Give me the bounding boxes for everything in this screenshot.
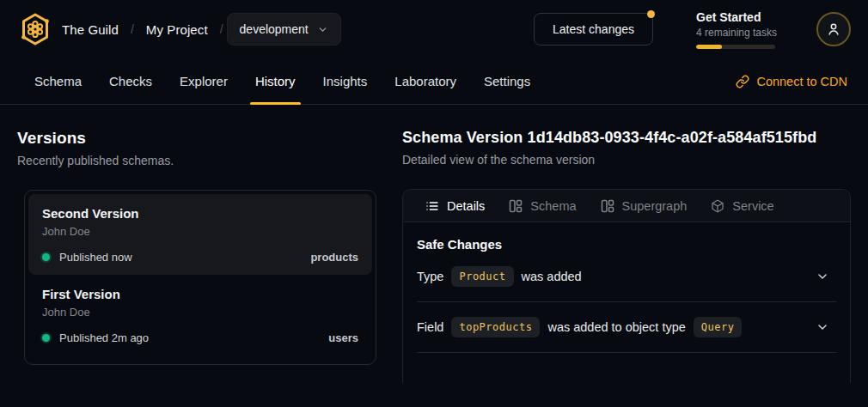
schema-version-panel: Schema Version 1d14db83-0933-4f4c-a02f-a… [402,129,851,407]
tab-explorer[interactable]: Explorer [166,58,241,104]
columns-icon [509,199,523,213]
version-author: John Doe [42,306,358,319]
tab-schema-sdl[interactable]: Schema [497,190,588,222]
latest-changes-button[interactable]: Latest changes [534,13,653,46]
service-name: products [310,251,358,264]
published-time: Published now [59,251,132,264]
change-middle: was added [522,270,582,283]
main-content: Versions Recently published schemas. Sec… [0,105,868,407]
code-badge: Product [451,266,513,287]
breadcrumb-org[interactable]: The Guild [62,22,119,37]
versions-title: Versions [17,129,387,148]
published-time: Published 2m ago [59,331,149,344]
versions-panel: Versions Recently published schemas. Sec… [17,129,387,407]
detail-content: Safe Changes Type Product was added Fiel… [403,222,850,353]
app-header: The Guild / My Project / development Lat… [0,0,868,58]
columns-icon [601,199,614,213]
notification-dot [647,10,655,18]
tab-checks[interactable]: Checks [95,58,166,104]
service-name: users [328,331,358,344]
chevron-down-icon[interactable] [816,270,829,283]
schema-version-title: Schema Version 1d14db83-0933-4f4c-a02f-a… [402,129,851,147]
tab-history[interactable]: History [241,58,309,104]
change-row[interactable]: Field topProducts was added to object ty… [417,302,836,353]
get-started-progress-track [696,45,775,49]
breadcrumb-separator: / [131,22,134,36]
user-icon [826,21,841,37]
breadcrumb: The Guild / My Project / [62,22,223,37]
tab-service[interactable]: Service [699,190,785,222]
version-title: First Version [42,287,358,301]
change-prefix: Field [417,320,443,334]
hive-logo-icon[interactable] [19,11,52,47]
version-item-second[interactable]: Second Version John Doe Published now pr… [28,194,372,275]
version-title: Second Version [42,206,358,221]
code-badge: Query [694,317,743,337]
versions-subtitle: Recently published schemas. [17,154,387,167]
tab-details[interactable]: Details [413,190,497,222]
safe-changes-title: Safe Changes [417,237,836,252]
tab-schema[interactable]: Schema [21,58,95,104]
change-prefix: Type [417,270,443,283]
change-middle: was added to object type [547,320,685,334]
latest-changes-label: Latest changes [553,22,634,36]
target-selector-dropdown[interactable]: development [227,13,341,46]
schema-version-subtitle: Detailed view of the schema version [402,153,851,167]
target-selector-value: development [240,22,309,36]
chevron-down-icon[interactable] [816,320,829,334]
primary-nav: Schema Checks Explorer History Insights … [0,58,868,105]
list-icon [425,199,439,213]
user-avatar[interactable] [816,12,851,46]
connect-to-cdn-label: Connect to CDN [756,75,847,88]
tab-settings[interactable]: Settings [470,58,544,104]
detail-box: Details Schema Supergraph [402,189,851,383]
connect-to-cdn-link[interactable]: Connect to CDN [734,58,849,104]
get-started-widget[interactable]: Get Started 4 remaining tasks [696,10,779,49]
change-row[interactable]: Type Product was added [417,252,836,302]
tab-laboratory[interactable]: Laboratory [381,58,470,104]
version-list: Second Version John Doe Published now pr… [24,190,376,365]
tab-insights[interactable]: Insights [309,58,382,104]
detail-tabs: Details Schema Supergraph [403,190,850,222]
published-status-dot [42,253,50,261]
get-started-title: Get Started [696,10,779,25]
version-author: John Doe [42,225,358,238]
link-icon [736,75,749,88]
get-started-subtitle: 4 remaining tasks [696,27,779,39]
get-started-progress-fill [696,45,722,49]
tab-supergraph[interactable]: Supergraph [589,190,700,222]
cube-icon [711,199,724,213]
version-item-first[interactable]: First Version John Doe Published 2m ago … [28,275,372,355]
code-badge: topProducts [451,317,540,337]
breadcrumb-separator: / [220,22,223,36]
chevron-down-icon [317,24,328,35]
breadcrumb-project[interactable]: My Project [146,22,208,37]
published-status-dot [42,334,50,342]
